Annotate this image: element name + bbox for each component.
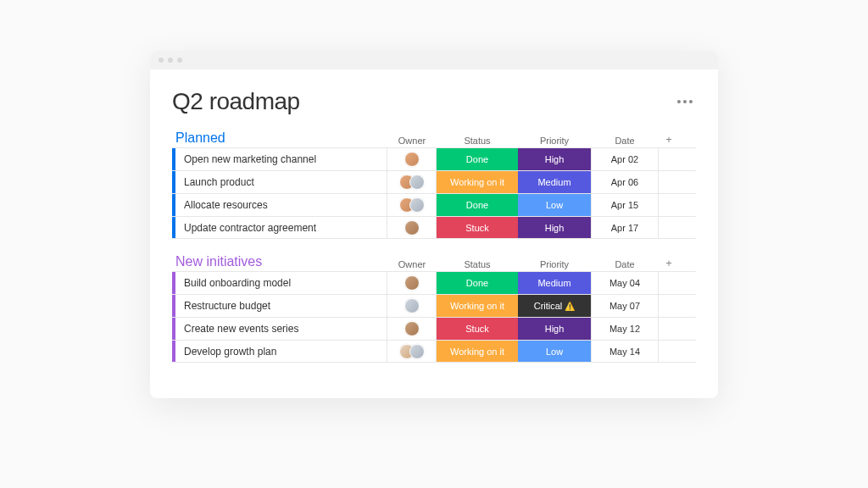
status-cell[interactable]: Done (437, 194, 518, 216)
owner-cell[interactable] (387, 171, 437, 193)
date-cell[interactable]: May 04 (591, 272, 659, 294)
priority-cell[interactable]: Low (518, 194, 591, 216)
avatar (409, 344, 425, 359)
priority-label: High (545, 223, 565, 233)
item-name[interactable]: Restructure budget (175, 295, 387, 317)
item-name[interactable]: Allocate resources (175, 194, 387, 216)
status-cell[interactable]: Working on it (437, 171, 518, 193)
date-cell[interactable]: Apr 06 (591, 171, 659, 193)
priority-label: Medium (537, 278, 570, 288)
item-name[interactable]: Build onboarding model (175, 272, 387, 294)
priority-label: High (545, 154, 565, 164)
priority-cell[interactable]: High (518, 217, 591, 238)
date-cell[interactable]: Apr 15 (591, 194, 659, 216)
header-row: Q2 roadmap (172, 88, 696, 115)
window-titlebar (150, 51, 718, 69)
priority-cell[interactable]: Medium (518, 272, 591, 294)
owner-cell[interactable] (387, 148, 437, 170)
status-cell[interactable]: Working on it (437, 295, 518, 317)
row-end (659, 217, 679, 238)
priority-label: High (545, 324, 565, 334)
item-name[interactable]: Open new marketing channel (175, 148, 387, 170)
date-cell[interactable]: May 07 (591, 295, 659, 317)
owner-cell[interactable] (387, 341, 437, 362)
avatar (409, 175, 425, 190)
row-end (659, 194, 679, 216)
item-name[interactable]: Develop growth plan (175, 341, 387, 362)
date-cell[interactable]: May 14 (591, 341, 659, 362)
row-end (659, 171, 679, 193)
status-cell[interactable]: Stuck (437, 318, 518, 340)
window-dot (168, 58, 173, 63)
add-column-icon[interactable]: + (659, 133, 679, 146)
column-header-owner: Owner (387, 259, 437, 269)
owner-cell[interactable] (387, 272, 437, 294)
table-row[interactable]: Launch productWorking on itMediumApr 06 (172, 170, 696, 193)
column-header-date: Date (591, 259, 659, 269)
group-title[interactable]: Planned (172, 130, 387, 146)
priority-label: Critical (534, 301, 563, 311)
window-dot (159, 58, 164, 63)
row-end (659, 295, 679, 317)
group-header: New initiativesOwnerStatusPriorityDate+ (172, 254, 696, 269)
item-name[interactable]: Launch product (175, 171, 387, 193)
avatar (404, 152, 420, 167)
priority-label: Low (546, 200, 563, 210)
group-header: PlannedOwnerStatusPriorityDate+ (172, 130, 696, 146)
table-row[interactable]: Build onboarding modelDoneMediumMay 04 (172, 271, 696, 294)
column-header-owner: Owner (387, 136, 437, 146)
avatar (404, 220, 420, 236)
status-cell[interactable]: Stuck (437, 217, 518, 238)
owner-cell[interactable] (387, 217, 437, 238)
priority-label: Medium (537, 177, 570, 187)
row-end (659, 272, 679, 294)
priority-cell[interactable]: High (518, 318, 591, 340)
app-window: Q2 roadmap PlannedOwnerStatusPriorityDat… (150, 51, 718, 398)
priority-cell[interactable]: Low (518, 341, 591, 362)
owner-cell[interactable] (387, 194, 437, 216)
page-title: Q2 roadmap (172, 88, 300, 115)
owner-cell[interactable] (387, 318, 437, 340)
avatar (404, 298, 420, 313)
table-row[interactable]: Update contractor agreementStuckHighApr … (172, 216, 696, 239)
table-row[interactable]: Create new events seriesStuckHighMay 12 (172, 317, 696, 340)
group: New initiativesOwnerStatusPriorityDate+B… (172, 254, 696, 363)
column-header-status: Status (437, 259, 518, 269)
content-area: Q2 roadmap PlannedOwnerStatusPriorityDat… (150, 69, 718, 398)
priority-label: Low (546, 347, 563, 357)
group: PlannedOwnerStatusPriorityDate+Open new … (172, 130, 696, 239)
table-row[interactable]: Open new marketing channelDoneHighApr 02 (172, 147, 696, 170)
date-cell[interactable]: Apr 17 (591, 217, 659, 238)
date-cell[interactable]: May 12 (591, 318, 659, 340)
row-end (659, 148, 679, 170)
owner-cell[interactable] (387, 295, 437, 317)
avatar (409, 197, 425, 213)
status-cell[interactable]: Working on it (437, 341, 518, 362)
column-header-status: Status (437, 136, 518, 146)
group-title[interactable]: New initiatives (172, 254, 387, 269)
add-column-icon[interactable]: + (659, 257, 679, 269)
avatar (404, 275, 420, 291)
priority-cell[interactable]: Medium (518, 171, 591, 193)
column-header-priority: Priority (518, 136, 591, 146)
more-options-icon[interactable] (674, 97, 696, 107)
priority-cell[interactable]: High (518, 148, 591, 170)
warning-icon: ⚠️ (565, 302, 575, 311)
avatar (404, 321, 420, 336)
table-row[interactable]: Develop growth planWorking on itLowMay 1… (172, 340, 696, 363)
window-dot (177, 58, 182, 63)
item-name[interactable]: Create new events series (175, 318, 387, 340)
table-row[interactable]: Restructure budgetWorking on itCritical⚠… (172, 294, 696, 317)
status-cell[interactable]: Done (437, 148, 518, 170)
table-row[interactable]: Allocate resourcesDoneLowApr 15 (172, 193, 696, 216)
column-header-priority: Priority (518, 259, 591, 269)
row-end (659, 341, 679, 362)
item-name[interactable]: Update contractor agreement (175, 217, 387, 238)
priority-cell[interactable]: Critical⚠️ (518, 295, 591, 317)
column-header-date: Date (591, 136, 659, 146)
row-end (659, 318, 679, 340)
date-cell[interactable]: Apr 02 (591, 148, 659, 170)
status-cell[interactable]: Done (437, 272, 518, 294)
